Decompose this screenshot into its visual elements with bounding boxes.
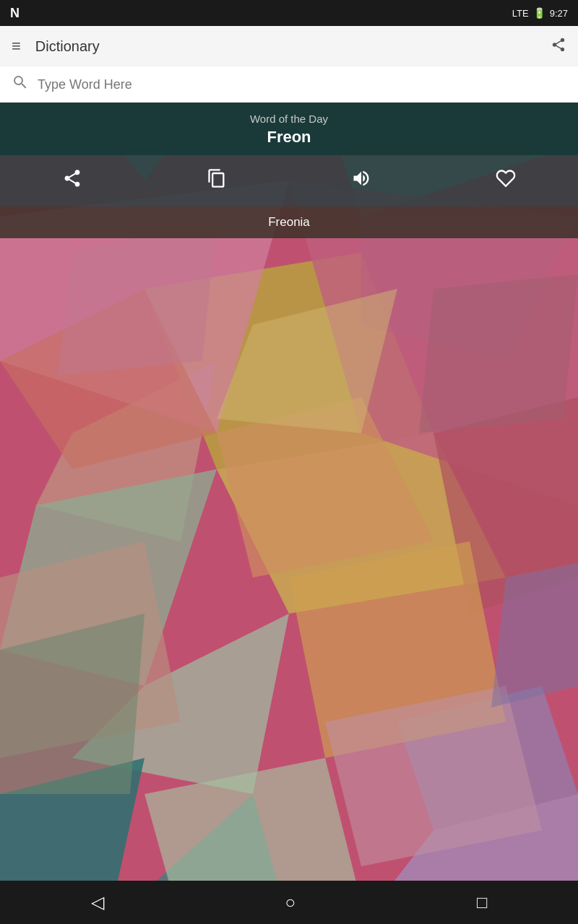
time-display: 9:27 (550, 8, 568, 19)
copy-button[interactable] (192, 162, 241, 199)
back-button[interactable]: ◁ (74, 886, 121, 918)
actions-row (0, 155, 578, 206)
audio-button[interactable] (337, 162, 386, 199)
app-title: Dictionary (35, 38, 536, 55)
menu-icon[interactable]: ≡ (12, 37, 21, 56)
app-logo: N (10, 6, 20, 21)
status-bar-right: LTE 🔋 9:27 (512, 7, 568, 19)
battery-icon: 🔋 (533, 7, 545, 19)
search-icon (12, 74, 29, 95)
home-button[interactable]: ○ (268, 886, 314, 918)
status-bar: N LTE 🔋 9:27 (0, 0, 578, 26)
app-bar: ≡ Dictionary (0, 26, 578, 66)
nav-bar: ◁ ○ □ (0, 881, 578, 924)
share-button[interactable] (48, 162, 97, 199)
status-bar-left: N (10, 6, 20, 21)
related-word-bar[interactable]: Freonia (0, 206, 578, 238)
recent-apps-button[interactable]: □ (460, 886, 505, 918)
search-input[interactable] (38, 77, 566, 92)
wotd-label: Word of the Day (12, 113, 566, 125)
svg-marker-27 (419, 274, 578, 433)
share-app-icon[interactable] (551, 37, 566, 56)
search-bar (0, 66, 578, 103)
signal-icon: LTE (512, 8, 529, 19)
word-of-the-day-section: Word of the Day Freon (0, 103, 578, 155)
favorite-button[interactable] (481, 162, 530, 199)
wotd-word: Freon (12, 128, 566, 147)
related-word: Freonia (12, 215, 566, 230)
